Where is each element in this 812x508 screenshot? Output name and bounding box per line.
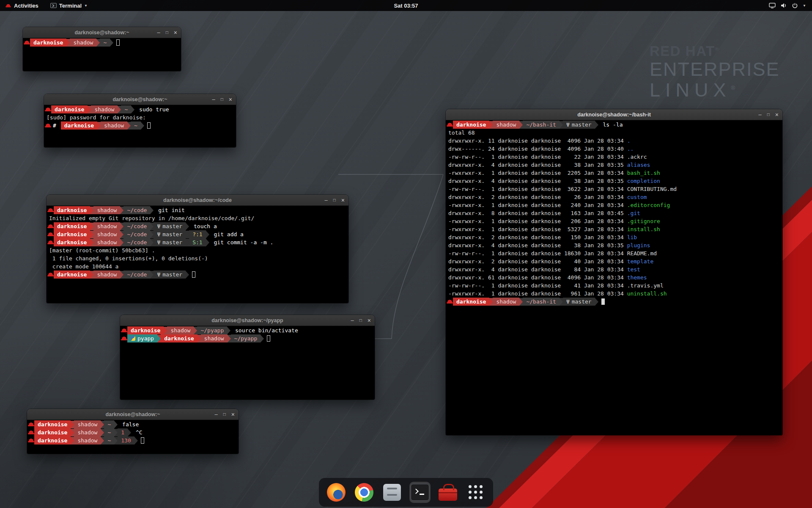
prompt-segment-user: darknoise	[54, 222, 90, 230]
minimize-button[interactable]: –	[212, 97, 215, 102]
powerline-arrow-icon	[90, 271, 93, 279]
dock-item-terminal[interactable]	[409, 482, 431, 503]
powerline-arrow-icon	[227, 327, 230, 334]
prompt-segment-host: shadow	[101, 121, 127, 130]
powerline-arrow-icon	[114, 429, 118, 436]
prompt-segment-git: Ψmaster	[563, 121, 595, 129]
prompt-segment-git: Ψmaster	[154, 230, 186, 238]
maximize-button[interactable]: □	[166, 30, 168, 35]
powerline-arrow-icon	[150, 207, 154, 214]
powerline-arrow-icon	[141, 122, 144, 130]
output-line: -rw-rw-r--. 1 darknoise darknoise 18630 …	[447, 249, 782, 257]
maximize-button[interactable]: □	[333, 198, 336, 202]
prompt-segment-user: darknoise	[161, 334, 197, 342]
root-prompt-prefix: #	[51, 121, 61, 130]
redhat-icon	[47, 271, 54, 279]
powerline-arrow-icon	[150, 231, 154, 238]
minimize-button[interactable]: –	[325, 197, 328, 203]
prompt-segment-untracked: ?:1	[189, 230, 206, 238]
window-titlebar[interactable]: darknoise@shadow:~/bash-it – □ ×	[446, 109, 782, 120]
command-text: git commit -a -m .	[209, 238, 274, 246]
redhat-branding: RED HAT® ENTERPRISE LINUX®	[650, 43, 780, 100]
prompt-segment-path: ~/code	[123, 271, 150, 279]
terminal-content[interactable]: darknoiseshadow~ falsedarknoiseshadow~1 …	[27, 420, 239, 454]
command-text: git add a	[209, 230, 244, 238]
window-titlebar[interactable]: darknoise@shadow:~/code – □ ×	[47, 195, 348, 206]
close-button[interactable]: ×	[775, 112, 779, 118]
clock[interactable]: Sat 03:57	[0, 3, 812, 9]
output-text: 1 file changed, 0 insertions(+), 0 delet…	[49, 255, 208, 262]
output-text: install.sh	[627, 226, 660, 232]
output-line: -rw-rw-r--. 1 darknoise darknoise 22 Jan…	[447, 153, 782, 161]
output-text: bash_it.sh	[627, 170, 660, 176]
minimize-button[interactable]: –	[759, 112, 762, 117]
maximize-button[interactable]: □	[221, 97, 223, 102]
close-button[interactable]: ×	[368, 318, 371, 323]
prompt-line: darknoiseshadow~1 ^C	[28, 428, 238, 436]
powerline-arrow-icon	[66, 39, 70, 47]
terminal-content[interactable]: darknoiseshadow~	[23, 38, 181, 71]
terminal-window: darknoise@shadow:~/pyapp – □ × darknoise…	[120, 315, 375, 400]
terminal-window: darknoise@shadow:~ – □ × darknoiseshadow…	[23, 27, 181, 71]
output-line: total 68	[447, 129, 782, 137]
terminal-content[interactable]: darknoiseshadow~ sudo true[sudo] passwor…	[44, 105, 236, 147]
maximize-button[interactable]: □	[767, 113, 770, 117]
output-text: .git	[627, 210, 640, 216]
prompt-segment-path: ~/bash-it	[523, 298, 559, 306]
output-line: -rwxrwxr-x. 1 darknoise darknoise 240 Ja…	[447, 201, 782, 209]
terminal-content[interactable]: darknoiseshadow~/bash-itΨmaster ls -lato…	[446, 120, 782, 435]
minimize-button[interactable]: –	[157, 30, 160, 35]
dock-item-firefox[interactable]	[326, 482, 347, 503]
powerline-arrow-icon	[150, 271, 154, 279]
prompt-segment-err: 1	[118, 428, 128, 436]
redhat-icon	[47, 230, 54, 238]
minimize-button[interactable]: –	[215, 411, 218, 417]
close-button[interactable]: ×	[174, 30, 177, 36]
close-button[interactable]: ×	[231, 411, 235, 417]
output-text: -rwxrwxr-x. 1 darknoise darknoise 961 Ja…	[448, 290, 627, 297]
prompt-segment-user: darknoise	[54, 230, 90, 238]
maximize-button[interactable]: □	[359, 318, 362, 323]
prompt-segment-path: ~/code	[123, 230, 150, 238]
terminal-cursor	[141, 437, 144, 444]
close-button[interactable]: ×	[229, 97, 232, 102]
output-text: -rw-rw-r--. 1 darknoise darknoise 41 Jan…	[448, 282, 627, 289]
output-text: .ackrc	[627, 154, 647, 160]
terminal-content[interactable]: darknoiseshadow~/code git initInitialize…	[47, 206, 348, 303]
output-line: drwxrwxr-x. 2 darknoise darknoise 150 Ja…	[447, 233, 782, 241]
registered-mark: ®	[731, 85, 735, 91]
window-title: darknoise@shadow:~/bash-it	[446, 109, 782, 120]
powerline-arrow-icon	[118, 106, 121, 113]
brand-redhat: RED HAT®	[650, 43, 780, 59]
window-titlebar[interactable]: darknoise@shadow:~ – □ ×	[23, 27, 181, 38]
window-titlebar[interactable]: darknoise@shadow:~/pyapp – □ ×	[120, 315, 375, 326]
window-titlebar[interactable]: darknoise@shadow:~ – □ ×	[27, 409, 239, 420]
maximize-button[interactable]: □	[223, 412, 226, 417]
powerline-arrow-icon	[101, 421, 104, 428]
dock-item-toolbox[interactable]	[437, 482, 458, 503]
minimize-button[interactable]: –	[351, 318, 354, 323]
powerline-arrow-icon	[90, 207, 93, 214]
prompt-segment-host: shadow	[93, 230, 120, 238]
prompt-line: darknoiseshadow~/bash-itΨmaster ls -la	[447, 121, 782, 129]
close-button[interactable]: ×	[341, 197, 345, 203]
powerline-arrow-icon	[186, 231, 189, 238]
powerline-arrow-icon	[90, 239, 93, 246]
powerline-arrow-icon	[228, 335, 231, 342]
output-text: drwxrwxr-x. 2 darknoise darknoise 40 Jan…	[448, 258, 627, 265]
dock-item-app-grid[interactable]	[465, 482, 486, 503]
terminal-cursor	[601, 298, 605, 305]
output-text: lib	[627, 234, 637, 240]
prompt-line: darknoiseshadow~ false	[28, 420, 238, 428]
powerline-arrow-icon	[261, 335, 264, 342]
dock-item-chrome[interactable]	[354, 482, 375, 503]
prompt-line: darknoiseshadow~130	[28, 436, 238, 444]
prompt-segment-path: ~/code	[123, 238, 150, 246]
window-titlebar[interactable]: darknoise@shadow:~ – □ ×	[44, 94, 236, 105]
prompt-segment-path: ~/bash-it	[523, 121, 559, 129]
powerline-arrow-icon	[120, 223, 123, 230]
terminal-content[interactable]: darknoiseshadow~/pyapp source bin/activa…	[120, 326, 375, 400]
git-branch-icon: Ψ	[566, 298, 570, 305]
output-line: -rwxrwxr-x. 1 darknoise darknoise 5327 J…	[447, 225, 782, 233]
dock-item-files[interactable]	[381, 482, 403, 503]
